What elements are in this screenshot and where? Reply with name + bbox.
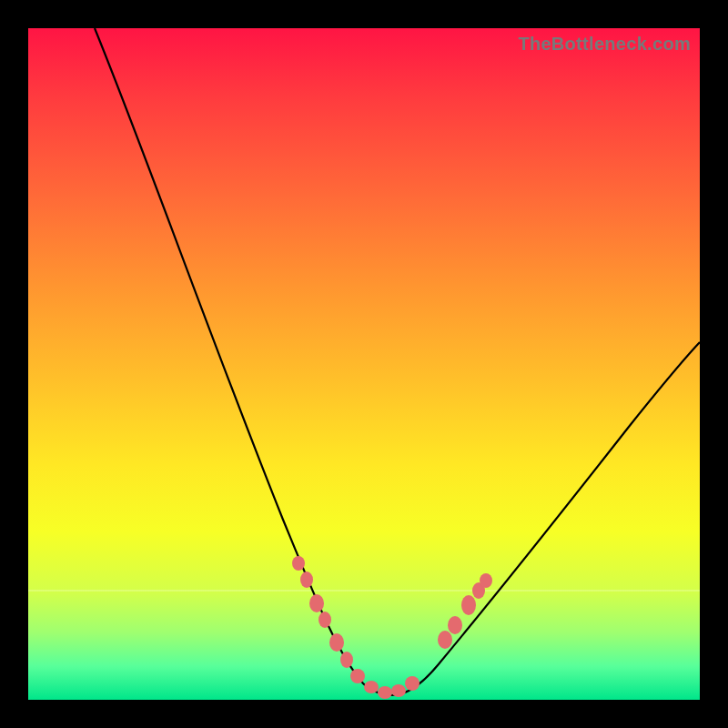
marker-dot: [364, 681, 379, 693]
marker-dot: [405, 676, 420, 691]
marker-dot: [461, 595, 476, 615]
marker-dot: [438, 631, 452, 649]
marker-dot: [329, 633, 344, 652]
marker-dot: [480, 573, 492, 588]
marker-dot: [300, 571, 313, 588]
marker-dot: [318, 612, 331, 628]
plot-area: TheBottleneck.com: [28, 28, 700, 700]
marker-dot: [340, 652, 353, 668]
marker-dot: [378, 686, 392, 699]
chart-stage: TheBottleneck.com: [0, 0, 728, 728]
curve-layer: [28, 28, 700, 700]
marker-dot: [309, 594, 324, 612]
marker-dot: [350, 669, 365, 683]
marker-dot: [292, 556, 305, 571]
marker-dot: [448, 616, 462, 634]
left-curve: [95, 28, 392, 695]
marker-dot: [391, 684, 406, 697]
